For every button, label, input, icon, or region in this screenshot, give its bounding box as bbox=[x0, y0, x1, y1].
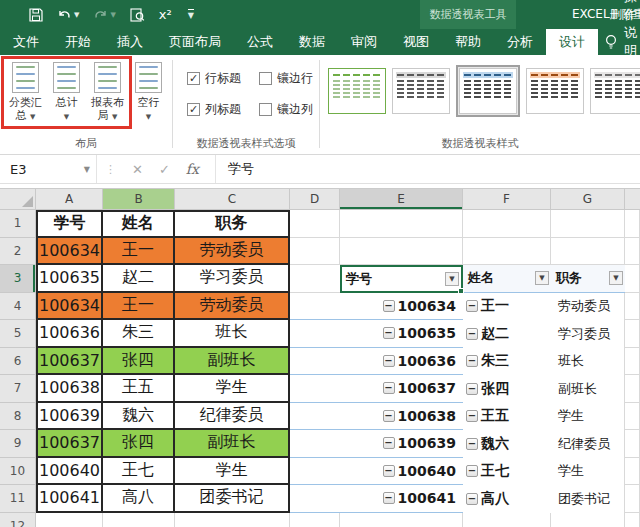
customize-qat-icon[interactable]: ▼ bbox=[179, 4, 201, 26]
table-cell[interactable]: 张四 bbox=[103, 430, 175, 458]
empty-cell[interactable] bbox=[551, 210, 625, 238]
collapse-minus-icon[interactable]: − bbox=[383, 355, 395, 367]
column-header-E[interactable]: E bbox=[340, 189, 463, 210]
pivot-header-学号[interactable]: 学号▼ bbox=[340, 265, 463, 293]
collapse-minus-icon[interactable]: − bbox=[466, 438, 478, 450]
table-cell[interactable]: 朱三 bbox=[103, 320, 175, 348]
pivot-style-light-orange[interactable] bbox=[526, 68, 584, 114]
redo-icon[interactable]: ▼ bbox=[86, 4, 122, 26]
table-cell[interactable]: 100638 bbox=[36, 375, 103, 403]
empty-cell[interactable] bbox=[625, 430, 640, 458]
table-cell[interactable]: 王一 bbox=[103, 238, 175, 266]
pivot-cell-name[interactable]: −朱三 bbox=[463, 348, 551, 376]
collapse-minus-icon[interactable]: − bbox=[383, 300, 395, 312]
empty-cell[interactable] bbox=[625, 375, 640, 403]
pivot-style-light-green[interactable] bbox=[328, 68, 386, 114]
table-cell[interactable]: 副班长 bbox=[175, 348, 290, 376]
row-header-3[interactable]: 3 bbox=[0, 265, 36, 293]
collapse-minus-icon[interactable]: − bbox=[466, 328, 478, 340]
table-cell[interactable]: 100637 bbox=[36, 348, 103, 376]
fill-handle[interactable] bbox=[458, 288, 464, 294]
column-header-D[interactable]: D bbox=[290, 189, 340, 210]
pivot-cell-id[interactable]: −100639 bbox=[340, 430, 463, 458]
unchecked-checkbox-icon[interactable] bbox=[259, 72, 272, 85]
table-header-cell[interactable]: 职务 bbox=[175, 210, 290, 238]
table-cell[interactable]: 100636 bbox=[36, 320, 103, 348]
row-header-1[interactable]: 1 bbox=[0, 210, 36, 238]
pivot-style-light-plain[interactable] bbox=[590, 68, 640, 114]
enter-icon[interactable]: ✓ bbox=[151, 162, 178, 177]
empty-cell[interactable] bbox=[340, 513, 463, 527]
row-header-11[interactable]: 11 bbox=[0, 485, 36, 513]
tab-文件[interactable]: 文件 bbox=[0, 29, 52, 55]
pivot-cell-name[interactable]: −王七 bbox=[463, 458, 551, 486]
empty-cell[interactable] bbox=[290, 375, 340, 403]
table-cell[interactable]: 100639 bbox=[36, 403, 103, 431]
pivot-cell-name[interactable]: −高八 bbox=[463, 485, 551, 513]
empty-cell[interactable] bbox=[290, 485, 340, 513]
row-header-5[interactable]: 5 bbox=[0, 320, 36, 348]
collapse-minus-icon[interactable]: − bbox=[383, 492, 395, 504]
print-preview-icon[interactable] bbox=[123, 4, 152, 26]
table-cell[interactable]: 魏六 bbox=[103, 403, 175, 431]
tab-分析[interactable]: 分析 bbox=[494, 29, 546, 55]
row-header-10[interactable]: 10 bbox=[0, 458, 36, 486]
row-header-2[interactable]: 2 bbox=[0, 238, 36, 266]
empty-cell[interactable] bbox=[290, 210, 340, 238]
column-header-G[interactable]: G bbox=[551, 189, 625, 210]
table-cell[interactable]: 学习委员 bbox=[175, 265, 290, 293]
row-header-12[interactable]: 12 bbox=[0, 513, 36, 527]
empty-cell[interactable] bbox=[290, 293, 340, 321]
collapse-minus-icon[interactable]: − bbox=[466, 465, 478, 477]
checkbox-镶边行[interactable]: 镶边行 bbox=[259, 70, 319, 87]
table-cell[interactable]: 学生 bbox=[175, 458, 290, 486]
collapse-minus-icon[interactable]: − bbox=[383, 465, 395, 477]
row-header-6[interactable]: 6 bbox=[0, 348, 36, 376]
table-cell[interactable]: 团委书记 bbox=[175, 485, 290, 513]
empty-cell[interactable] bbox=[551, 238, 625, 266]
button-分类汇总[interactable]: 分类汇总 ▼ bbox=[5, 62, 46, 124]
pivot-cell-id[interactable]: −100640 bbox=[340, 458, 463, 486]
select-all-corner[interactable] bbox=[0, 189, 36, 210]
pivot-cell-role[interactable]: 团委书记 bbox=[551, 485, 625, 513]
empty-cell[interactable] bbox=[625, 320, 640, 348]
empty-cell[interactable] bbox=[103, 513, 175, 527]
empty-cell[interactable] bbox=[625, 485, 640, 513]
pivot-cell-role[interactable]: 班长 bbox=[551, 348, 625, 376]
empty-cell[interactable] bbox=[290, 430, 340, 458]
tab-插入[interactable]: 插入 bbox=[104, 29, 156, 55]
table-cell[interactable]: 学生 bbox=[175, 375, 290, 403]
tab-页面布局[interactable]: 页面布局 bbox=[156, 29, 234, 55]
empty-cell[interactable] bbox=[290, 265, 340, 293]
name-box[interactable]: E3 ▼ bbox=[0, 155, 97, 183]
tab-帮助[interactable]: 帮助 bbox=[442, 29, 494, 55]
empty-cell[interactable] bbox=[463, 210, 551, 238]
checkbox-列标题[interactable]: ✓列标题 bbox=[187, 101, 247, 118]
filter-dropdown-icon[interactable]: ▼ bbox=[445, 272, 459, 286]
collapse-minus-icon[interactable]: − bbox=[466, 355, 478, 367]
filter-dropdown-icon[interactable]: ▼ bbox=[535, 271, 549, 285]
pivot-cell-id[interactable]: −100635 bbox=[340, 320, 463, 348]
column-header-B[interactable]: B bbox=[103, 189, 175, 210]
pivot-cell-id[interactable]: −100636 bbox=[340, 348, 463, 376]
unchecked-checkbox-icon[interactable] bbox=[259, 103, 272, 116]
pivot-cell-name[interactable]: −王五 bbox=[463, 403, 551, 431]
pivot-cell-id[interactable]: −100638 bbox=[340, 403, 463, 431]
table-cell[interactable]: 王五 bbox=[103, 375, 175, 403]
collapse-minus-icon[interactable]: − bbox=[383, 410, 395, 422]
row-header-7[interactable]: 7 bbox=[0, 375, 36, 403]
empty-cell[interactable] bbox=[36, 513, 103, 527]
pivot-cell-role[interactable]: 副班长 bbox=[551, 375, 625, 403]
table-cell[interactable]: 100640 bbox=[36, 458, 103, 486]
empty-cell[interactable] bbox=[290, 348, 340, 376]
pivot-cell-id[interactable]: −100641 bbox=[340, 485, 463, 513]
tab-审阅[interactable]: 审阅 bbox=[338, 29, 390, 55]
table-cell[interactable]: 100634 bbox=[36, 293, 103, 321]
empty-cell[interactable] bbox=[340, 238, 463, 266]
table-cell[interactable]: 副班长 bbox=[175, 430, 290, 458]
column-header-A[interactable]: A bbox=[36, 189, 103, 210]
empty-cell[interactable] bbox=[340, 210, 463, 238]
table-cell[interactable]: 100637 bbox=[36, 430, 103, 458]
pivot-header-姓名[interactable]: 姓名▼ bbox=[463, 265, 551, 293]
table-cell[interactable]: 100634 bbox=[36, 238, 103, 266]
